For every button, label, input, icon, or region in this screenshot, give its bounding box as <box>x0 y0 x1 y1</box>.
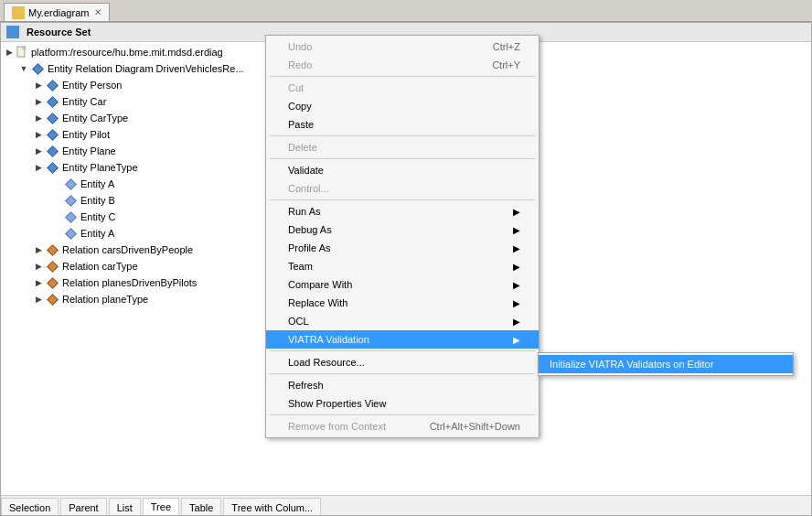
tab-tree[interactable]: Tree <box>143 498 179 516</box>
bottom-tabs: Selection Parent List Tree Table Tree wi… <box>1 495 811 515</box>
menu-item-copy[interactable]: Copy <box>266 97 539 115</box>
tree-item-rel-cartype-label: Relation carType <box>62 261 138 272</box>
tab-tree-with-columns[interactable]: Tree with Colum... <box>223 498 321 516</box>
expander-car[interactable]: ▶ <box>34 97 43 106</box>
planetype-icon <box>45 160 59 175</box>
tree-item-car-label: Entity Car <box>62 96 106 107</box>
expander-rel-planetype[interactable]: ▶ <box>34 295 43 304</box>
menu-item-undo-label: Undo <box>288 41 475 52</box>
menu-item-run-as-label: Run As <box>288 206 509 217</box>
menu-item-ocl[interactable]: OCL ▶ <box>266 312 539 330</box>
menu-item-ocl-label: OCL <box>288 316 509 327</box>
menu-item-cut[interactable]: Cut <box>266 79 539 97</box>
main-window: My.erdiagram ✕ Resource Set ▶ platform:/… <box>0 0 812 516</box>
menu-item-run-as[interactable]: Run As ▶ <box>266 202 539 220</box>
expander-rel-cartype[interactable]: ▶ <box>34 262 43 271</box>
menu-item-team[interactable]: Team ▶ <box>266 257 539 275</box>
menu-item-init-viatra-label: Initialize VIATRA Validators on Editor <box>550 359 782 370</box>
menu-item-show-props[interactable]: Show Properties View <box>266 394 539 413</box>
menu-item-compare-with-label: Compare With <box>288 279 509 290</box>
separator-2 <box>270 135 535 136</box>
tree-item-entity-c-label: Entity C <box>80 211 116 222</box>
menu-item-undo-shortcut: Ctrl+Z <box>493 41 520 52</box>
separator-6 <box>270 373 535 374</box>
tab-close-button[interactable]: ✕ <box>94 7 102 17</box>
menu-item-debug-as-label: Debug As <box>288 224 509 235</box>
menu-item-compare-with[interactable]: Compare With ▶ <box>266 275 539 294</box>
tree-item-cartype-label: Entity CarType <box>62 113 128 124</box>
menu-item-replace-with-label: Replace With <box>288 297 509 308</box>
tab-tree-with-columns-label: Tree with Colum... <box>231 502 313 513</box>
menu-item-team-label: Team <box>288 261 509 272</box>
entity-a2-icon <box>63 226 78 241</box>
run-as-arrow: ▶ <box>513 207 520 217</box>
resource-set-icon <box>6 26 19 38</box>
menu-item-redo[interactable]: Redo Ctrl+Y <box>266 56 539 74</box>
entity-b-icon <box>63 193 78 208</box>
expander-person[interactable]: ▶ <box>34 81 43 90</box>
entity-a1-icon <box>63 177 78 191</box>
entity-c-icon <box>63 210 78 224</box>
menu-item-profile-as[interactable]: Profile As ▶ <box>266 239 539 257</box>
expander-entity-c <box>52 212 61 221</box>
separator-4 <box>270 199 535 200</box>
tree-item-rel-cars-label: Relation carsDrivenByPeople <box>62 244 193 255</box>
separator-5 <box>270 350 535 351</box>
menu-item-profile-as-label: Profile As <box>288 242 509 253</box>
panel-header-label: Resource Set <box>27 27 91 38</box>
expander-rel-cars[interactable]: ▶ <box>34 245 43 254</box>
menu-item-viatra[interactable]: VIATRA Validation ▶ <box>266 330 539 349</box>
menu-item-validate-label: Validate <box>288 165 520 176</box>
context-menu: Undo Ctrl+Z Redo Ctrl+Y Cut Copy Paste D… <box>265 35 540 438</box>
expander-root[interactable]: ▶ <box>5 48 14 57</box>
menu-item-refresh[interactable]: Refresh <box>266 376 539 394</box>
separator-7 <box>270 414 535 415</box>
expander-rel-planes[interactable]: ▶ <box>34 278 43 287</box>
menu-item-paste[interactable]: Paste <box>266 115 539 134</box>
menu-item-show-props-label: Show Properties View <box>288 398 520 409</box>
menu-item-load-resource[interactable]: Load Resource... <box>266 353 539 371</box>
menu-item-undo[interactable]: Undo Ctrl+Z <box>266 38 539 56</box>
tab-list[interactable]: List <box>109 498 141 516</box>
separator-1 <box>270 76 535 77</box>
expander-entity-a1 <box>52 179 61 188</box>
expander-plane[interactable]: ▶ <box>34 146 43 156</box>
pilot-icon <box>45 127 59 142</box>
root-icon <box>16 46 28 59</box>
cartype-icon <box>45 111 59 125</box>
menu-item-replace-with[interactable]: Replace With ▶ <box>266 294 539 312</box>
menu-item-validate[interactable]: Validate <box>266 161 539 179</box>
plane-icon <box>45 144 59 158</box>
tree-item-plane-label: Entity Plane <box>62 145 116 156</box>
menu-item-delete[interactable]: Delete <box>266 138 539 156</box>
rel-planetype-icon <box>45 292 59 306</box>
menu-item-control[interactable]: Control... <box>266 179 539 198</box>
expander-planetype[interactable]: ▶ <box>34 163 43 172</box>
tree-item-person-label: Entity Person <box>62 80 122 91</box>
rel-cars-icon <box>45 242 59 257</box>
expander-cartype[interactable]: ▶ <box>34 113 43 123</box>
menu-item-init-viatra[interactable]: Initialize VIATRA Validators on Editor <box>539 355 793 373</box>
viatra-arrow: ▶ <box>513 335 520 345</box>
team-arrow: ▶ <box>513 262 520 272</box>
expander-entity-a2 <box>52 229 61 238</box>
tab-parent[interactable]: Parent <box>60 498 106 516</box>
expander-erd[interactable]: ▼ <box>19 64 28 73</box>
tab-list-label: List <box>117 502 133 513</box>
ocl-arrow: ▶ <box>513 317 520 327</box>
replace-with-arrow: ▶ <box>513 298 520 308</box>
expander-pilot[interactable]: ▶ <box>34 130 43 139</box>
tab-table[interactable]: Table <box>181 498 221 516</box>
tab-selection[interactable]: Selection <box>1 498 59 516</box>
menu-item-debug-as[interactable]: Debug As ▶ <box>266 220 539 239</box>
debug-as-arrow: ▶ <box>513 225 520 235</box>
person-icon <box>45 78 59 92</box>
tree-item-erd-label: Entity Relation Diagram DrivenVehiclesRe… <box>48 63 244 74</box>
menu-item-cut-label: Cut <box>288 82 520 93</box>
menu-item-remove-context-shortcut: Ctrl+Alt+Shift+Down <box>430 421 520 432</box>
menu-item-remove-context[interactable]: Remove from Context Ctrl+Alt+Shift+Down <box>266 417 539 435</box>
menu-item-viatra-label: VIATRA Validation <box>288 334 509 345</box>
menu-item-paste-label: Paste <box>288 119 520 130</box>
my-erdiagram-tab[interactable]: My.erdiagram ✕ <box>4 3 110 21</box>
erdiagram-tab-icon <box>12 6 25 19</box>
